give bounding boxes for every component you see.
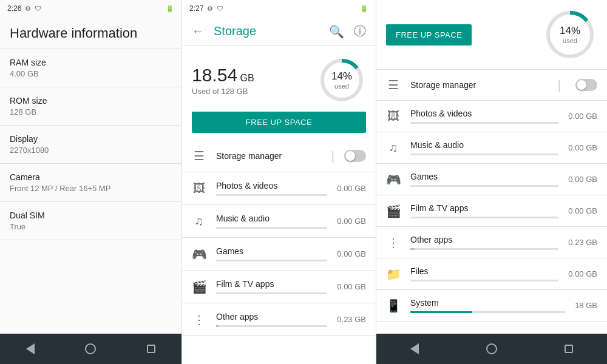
status-left: 2:26 ⚙ 🛡 (7, 4, 41, 13)
back-nav-button-2[interactable] (402, 337, 427, 361)
storage-manager-icon: ☰ (192, 149, 206, 163)
storage-title: Storage (214, 24, 319, 38)
donut2-label: used (560, 37, 580, 44)
games-item[interactable]: 🎮 Games 0.00 GB (182, 238, 376, 271)
divider-line-2: | (558, 78, 561, 92)
system-item[interactable]: 📱 System 18 GB (376, 290, 607, 322)
search-icon[interactable]: 🔍 (329, 24, 344, 39)
storage-manager-toggle-2[interactable] (575, 79, 597, 91)
other-apps-content: Other apps (216, 312, 327, 327)
storage-list: ☰ Storage manager | 🖼 Photos & videos 0.… (182, 140, 376, 364)
film-tv-item[interactable]: 🎬 Film & TV apps 0.00 GB (182, 271, 376, 303)
back-nav-button[interactable] (18, 337, 42, 361)
files-item[interactable]: 📁 Files 0.00 GB (376, 258, 607, 290)
donut2-percent: 14% (560, 25, 580, 37)
hw-label-display: Display (10, 134, 172, 144)
music-icon: ♫ (192, 214, 206, 228)
music-size: 0.00 GB (337, 217, 366, 226)
music-label: Music & audio (216, 214, 327, 223)
system-content: System (410, 298, 565, 313)
free-up-space-button-2[interactable]: FREE UP SPACE (386, 24, 472, 46)
music-audio-item[interactable]: ♫ Music & audio 0.00 GB (182, 205, 376, 238)
other-apps-item-2[interactable]: ⋮ Other apps 0.23 GB (376, 227, 607, 258)
photos-icon: 🖼 (192, 181, 206, 195)
storage2-top: FREE UP SPACE 14% used (376, 0, 607, 70)
other-apps-icon: ⋮ (192, 312, 206, 327)
home-nav-button-2[interactable] (480, 337, 504, 361)
files-size: 0.00 GB (568, 269, 597, 278)
files-content: Files (410, 266, 558, 281)
music-bar-2 (410, 153, 558, 155)
hw-item-dualsim: Dual SIM True (0, 202, 181, 240)
other-apps-label: Other apps (216, 312, 327, 322)
games-item-2[interactable]: 🎮 Games 0.00 GB (376, 164, 607, 195)
settings-icon: ⚙ (25, 5, 31, 13)
time-display-2: 2:27 (189, 4, 203, 13)
film-tv-item-2[interactable]: 🎬 Film & TV apps 0.00 GB (376, 195, 607, 227)
status-right-2: 🔋 (360, 5, 368, 13)
storage-manager-item-2[interactable]: ☰ Storage manager | (376, 70, 607, 101)
nav-bar-2 (376, 334, 607, 364)
photos-bar (216, 194, 327, 196)
film-size: 0.00 GB (337, 282, 366, 291)
other-apps-bar-2 (410, 248, 558, 250)
games-label: Games (216, 246, 327, 256)
photos-videos-item-2[interactable]: 🖼 Photos & videos 0.00 GB (376, 101, 607, 132)
toggle-thumb (345, 151, 355, 161)
system-icon: 📱 (386, 298, 401, 313)
recents-nav-button[interactable] (139, 337, 163, 361)
settings-icon-2: ⚙ (207, 5, 213, 13)
storage-manager-item[interactable]: ☰ Storage manager | (182, 140, 376, 172)
hw-value-ram: 4.00 GB (10, 69, 172, 78)
storage-panel-2: FREE UP SPACE 14% used ☰ Storage manager… (376, 0, 607, 364)
status-bar-2: 2:27 ⚙ 🛡 🔋 (182, 0, 376, 17)
film-bar-2 (410, 217, 558, 218)
games-icon-2: 🎮 (386, 172, 401, 187)
system-label: System (410, 298, 565, 308)
shield-icon: 🛡 (35, 5, 41, 12)
home-nav-button[interactable] (78, 337, 103, 361)
storage-size-unit: GB (240, 73, 254, 83)
system-size: 18 GB (575, 301, 597, 310)
film-content: Film & TV apps (216, 279, 327, 294)
recents-nav-button-2[interactable] (557, 337, 581, 361)
other-apps-content-2: Other apps (410, 235, 558, 250)
music-content: Music & audio (216, 214, 327, 229)
photos-videos-item[interactable]: 🖼 Photos & videos 0.00 GB (182, 172, 376, 205)
photos-content-2: Photos & videos (410, 109, 558, 124)
donut-center: 14% used (331, 70, 352, 90)
other-apps-item[interactable]: ⋮ Other apps 0.23 GB (182, 303, 376, 336)
storage-size: 18.54 GB (192, 65, 254, 86)
storage-manager-toggle[interactable] (344, 150, 366, 162)
other-apps-label-2: Other apps (410, 235, 558, 244)
photos-content: Photos & videos (216, 181, 327, 196)
system-bar (410, 311, 565, 313)
storage-total: Used of 128 GB (192, 87, 254, 96)
storage-manager-icon-2: ☰ (386, 78, 401, 92)
help-icon[interactable]: ⓘ (354, 23, 366, 39)
status-right: 🔋 (166, 5, 174, 13)
files-bar (410, 280, 558, 281)
games-label-2: Games (410, 172, 558, 181)
hw-item-rom: ROM size 128 GB (0, 87, 181, 126)
back-arrow-button[interactable]: ← (192, 24, 204, 38)
free-up-space-button[interactable]: FREE UP SPACE (192, 112, 366, 133)
storage-manager-label: Storage manager (216, 151, 322, 161)
status-left-2: 2:27 ⚙ 🛡 (189, 4, 223, 13)
games-content-2: Games (410, 172, 558, 187)
hw-value-rom: 128 GB (10, 107, 172, 116)
storage-panel: 2:27 ⚙ 🛡 🔋 ← Storage 🔍 ⓘ 18.54 GB Used o… (182, 0, 376, 364)
hw-value-dualsim: True (10, 222, 172, 231)
music-audio-item-2[interactable]: ♫ Music & audio 0.00 GB (376, 132, 607, 164)
photos-bar-2 (410, 122, 558, 124)
games-icon: 🎮 (192, 247, 206, 261)
files-label: Files (410, 266, 558, 276)
film-icon-2: 🎬 (386, 204, 401, 218)
other-apps-size-2: 0.23 GB (568, 238, 597, 247)
nav-bar-1 (0, 334, 181, 364)
status-bar-1: 2:26 ⚙ 🛡 🔋 (0, 0, 181, 17)
donut-percent: 14% (331, 70, 352, 83)
games-size-2: 0.00 GB (568, 175, 597, 184)
photos-label-2: Photos & videos (410, 109, 558, 118)
hw-label-rom: ROM size (10, 96, 172, 106)
